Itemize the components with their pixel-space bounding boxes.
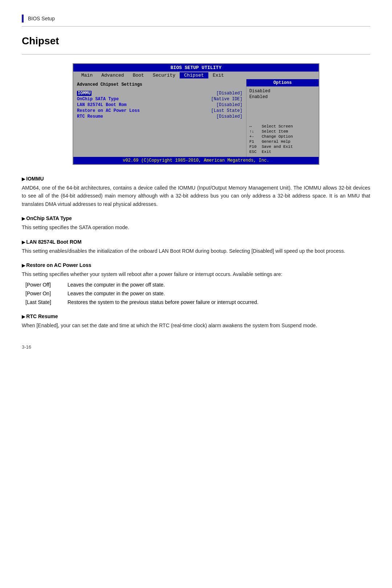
menu-exit: Exit <box>208 72 228 78</box>
bios-right-header: Options <box>246 79 319 86</box>
heading-rtc-resume: RTC Resume <box>22 313 370 319</box>
list-val-power-on: Leaves the computer in the power on stat… <box>68 290 370 297</box>
setting-row-iommu: IOMMU [Disabled] <box>77 91 242 96</box>
bios-right-panel: Options Disabled Enabled ↔ Select Screen… <box>246 79 319 157</box>
text-iommu: AMD64, one of the 64-bit architectures, … <box>22 184 370 208</box>
bios-left-header: Advanced Chipset Settings <box>77 82 242 87</box>
nav-desc-general-help: General Help <box>262 139 290 144</box>
title-divider <box>22 54 370 54</box>
list-row-power-off: [Power Off] Leaves the computer in the p… <box>25 281 370 289</box>
nav-desc-change-option: Change Option <box>262 134 293 139</box>
nav-desc-select-item: Select Item <box>262 129 288 134</box>
nav-save-exit: F10 Save and Exit <box>249 145 316 149</box>
nav-key-arrows: ↔ <box>249 124 260 129</box>
bios-nav-section: ↔ Select Screen ↑↓ Select Item +- Change… <box>246 102 319 157</box>
menu-advanced: Advanced <box>97 72 128 78</box>
text-rtc-resume: When [Enabled], your can set the date an… <box>22 321 370 329</box>
bios-options-content: Disabled Enabled <box>246 86 319 102</box>
nav-key-f10: F10 <box>249 145 260 149</box>
list-row-last-state: [Last State] Restores the system to the … <box>25 299 370 306</box>
heading-onchip-sata: OnChip SATA Type <box>22 215 370 221</box>
nav-key-f1: F1 <box>249 139 260 144</box>
setting-name-ac: Restore on AC Power Loss <box>77 108 140 113</box>
menu-boot: Boot <box>128 72 148 78</box>
text-lan-boot-rom: This setting enables/disables the initia… <box>22 247 370 255</box>
text-onchip-sata: This setting specifies the SATA operatio… <box>22 223 370 231</box>
top-divider <box>22 26 370 27</box>
bios-left-panel: Advanced Chipset Settings IOMMU [Disable… <box>73 79 246 157</box>
heading-restore-ac: Restore on AC Power Loss <box>22 262 370 268</box>
setting-row-lan: LAN 82574L Boot Rom [Disabled] <box>77 102 242 108</box>
header-section: BIOS Setup <box>22 15 370 23</box>
page-number: 3-16 <box>22 344 370 350</box>
bios-menu-bar: Main Advanced Boot Security Chipset Exit <box>73 72 319 79</box>
bios-screenshot: BIOS SETUP UTILITY Main Advanced Boot Se… <box>73 63 319 165</box>
list-row-power-on: [Power On] Leaves the computer in the po… <box>25 290 370 297</box>
bios-setup-label: BIOS Setup <box>28 16 55 21</box>
menu-chipset: Chipset <box>180 72 208 78</box>
nav-change-option: +- Change Option <box>249 134 316 139</box>
list-key-power-on: [Power On] <box>25 290 62 297</box>
nav-select-item: ↑↓ Select Item <box>249 129 316 134</box>
section-lan-boot-rom: LAN 82574L Boot ROM This setting enables… <box>22 239 370 255</box>
menu-main: Main <box>77 72 97 78</box>
nav-desc-select-screen: Select Screen <box>262 124 293 129</box>
list-key-last-state: [Last State] <box>25 299 62 306</box>
option-disabled: Disabled <box>249 89 316 94</box>
setting-name-lan: LAN 82574L Boot Rom <box>77 102 127 108</box>
nav-key-updown: ↑↓ <box>249 129 260 134</box>
list-val-power-off: Leaves the computer in the power off sta… <box>68 281 370 289</box>
nav-exit: ESC Exit <box>249 150 316 154</box>
bios-title-bar: BIOS SETUP UTILITY <box>73 64 319 72</box>
setting-value-lan: [Disabled] <box>216 102 242 108</box>
heading-iommu: IOMMU <box>22 176 370 182</box>
section-rtc-resume: RTC Resume When [Enabled], your can set … <box>22 313 370 329</box>
menu-security: Security <box>148 72 180 78</box>
page-title: Chipset <box>22 35 370 47</box>
setting-row-ac: Restore on AC Power Loss [Last State] <box>77 108 242 113</box>
blue-accent-bar <box>22 15 24 23</box>
nav-key-plusminus: +- <box>249 134 260 139</box>
nav-select-screen: ↔ Select Screen <box>249 124 316 129</box>
setting-name-rtc: RTC Resume <box>77 114 103 119</box>
setting-row-sata: OnChip SATA Type [Native IDE] <box>77 97 242 102</box>
setting-value-iommu: [Disabled] <box>216 91 242 96</box>
setting-name-iommu: IOMMU <box>77 91 91 96</box>
text-restore-ac: This setting specifies whether your syst… <box>22 270 370 278</box>
section-iommu: IOMMU AMD64, one of the 64-bit architect… <box>22 176 370 208</box>
nav-desc-save-exit: Save and Exit <box>262 145 293 149</box>
setting-row-rtc: RTC Resume [Disabled] <box>77 114 242 119</box>
nav-general-help: F1 General Help <box>249 139 316 144</box>
list-key-power-off: [Power Off] <box>25 281 62 289</box>
option-enabled: Enabled <box>249 94 316 100</box>
nav-key-esc: ESC <box>249 150 260 154</box>
bios-footer: v02.69 (C)Copyright 1985-2010, American … <box>73 157 319 164</box>
setting-value-ac: [Last State] <box>211 108 242 113</box>
setting-value-sata: [Native IDE] <box>211 97 242 102</box>
bios-body: Advanced Chipset Settings IOMMU [Disable… <box>73 79 319 157</box>
setting-name-sata: OnChip SATA Type <box>77 97 119 102</box>
setting-value-rtc: [Disabled] <box>216 114 242 119</box>
list-val-last-state: Restores the system to the previous stat… <box>68 299 370 306</box>
section-onchip-sata: OnChip SATA Type This setting specifies … <box>22 215 370 231</box>
nav-desc-exit: Exit <box>262 150 271 154</box>
heading-lan-boot-rom: LAN 82574L Boot ROM <box>22 239 370 245</box>
section-restore-ac: Restore on AC Power Loss This setting sp… <box>22 262 370 306</box>
settings-list-ac: [Power Off] Leaves the computer in the p… <box>25 281 370 306</box>
